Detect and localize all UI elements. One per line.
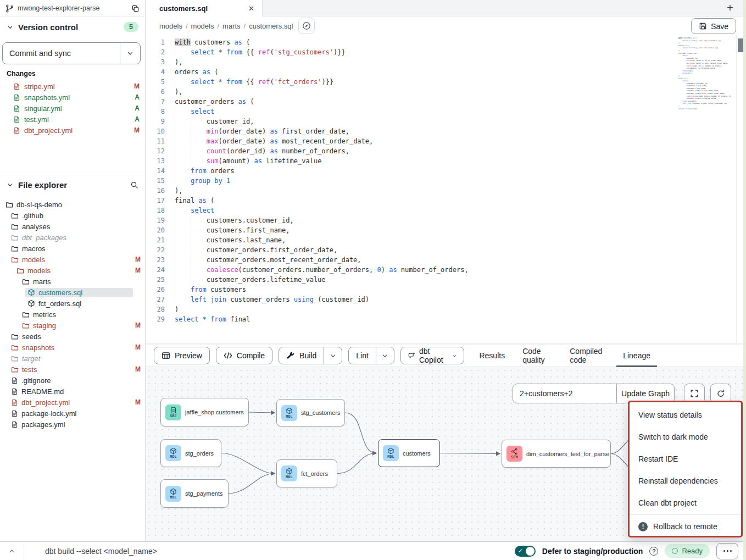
code-line[interactable]: 15 group by 1 [146,176,680,186]
lineage-node-fct_orders[interactable]: MDLfct_orders [276,459,337,487]
tree-item-fct-orders-sql[interactable]: fct_orders.sql [0,298,145,309]
more-options-button[interactable] [716,543,738,559]
menu-item-restart-ide[interactable]: Restart IDE [630,448,741,470]
lineage-filter-input[interactable] [513,384,616,403]
lineage-node-stg_customers[interactable]: MDLstg_customers [276,399,345,426]
update-graph-button[interactable]: Update Graph [616,384,674,403]
menu-item-rollback-to-remote[interactable]: !Rollback to remote [630,515,741,537]
tree-item-target[interactable]: target [0,353,145,364]
code-line[interactable]: 19 customers.customer_id, [146,215,680,225]
tree-item-tests[interactable]: testsM [0,364,145,375]
tab-customers-sql[interactable]: customers.sql ✕ [146,0,263,17]
button-main[interactable]: Preview [154,347,209,364]
tree-item-package-lock-yml[interactable]: package-lock.yml [0,408,145,419]
minimap[interactable]: with customers as ( select * from {{ ref… [678,37,732,158]
code-line[interactable]: 12 count(order_id) as number_of_orders, [146,146,680,156]
code-line[interactable]: 1with customers as ( [146,37,680,47]
tree-item-dbt-packages[interactable]: dbt_packages [0,232,145,243]
tree-item-models[interactable]: modelsM [0,254,145,265]
code-line[interactable]: 21 customers.last_name, [146,235,680,245]
change-item[interactable]: test.ymlA [0,114,145,125]
code-line[interactable]: 14 from orders [146,166,680,176]
breadcrumb-item[interactable]: customers.sql [249,22,293,30]
lineage-node-src_jaffle[interactable]: SRCjaffle_shop.customers [160,398,249,426]
menu-item-reinstall-dependencies[interactable]: Reinstall dependencies [630,470,741,492]
help-icon[interactable]: ? [649,547,658,556]
lineage-node-stg_payments[interactable]: MDLstg_payments [160,479,229,508]
new-tab-button[interactable]: + [723,1,737,15]
menu-item-clean-dbt-project[interactable]: Clean dbt project [630,492,741,514]
code-line[interactable]: 10 min(order_date) as first_order_date, [146,126,680,136]
tree-item-metrics[interactable]: metrics [0,309,145,320]
code-line[interactable]: 13 sum(amount) as lifetime_value [146,156,680,166]
code-line[interactable]: 4orders as ( [146,67,680,77]
file-explorer-section-header[interactable]: File explorer [0,178,145,191]
build-button[interactable]: Build [279,347,342,364]
change-item[interactable]: dbt_project.ymlM [0,125,145,136]
tree-item-marts[interactable]: marts [0,276,145,287]
preview-button[interactable]: Preview [154,347,210,364]
button-main[interactable]: dbt Copilot [401,347,464,364]
code-line[interactable]: 23 customer_orders.most_recent_order_dat… [146,255,680,265]
tree-item-macros[interactable]: macros [0,243,145,254]
lineage-node-customers[interactable]: MDLcustomers [378,439,440,467]
lint-button[interactable]: Lint [348,347,394,364]
breadcrumb-item[interactable]: models [159,22,182,30]
button-main[interactable]: Compile [216,347,272,364]
tree-item-staging[interactable]: stagingM [0,320,145,331]
lineage-node-dim_customers[interactable]: SEMdim_customers_test_for_parse [502,440,611,468]
tree-item-db-sl-qs-demo[interactable]: db-sl-qs-demo [0,199,145,210]
button-dropdown-caret[interactable] [324,347,342,364]
dbt-copilot-button[interactable]: dbt Copilot [400,347,465,364]
code-line[interactable]: 20 customers.first_name, [146,225,680,235]
code-line[interactable]: 8 select [146,107,680,117]
code-line[interactable]: 26 from customers [146,285,680,295]
tree-item-customers-sql[interactable]: customers.sql [0,287,145,298]
close-icon[interactable]: ✕ [248,4,254,13]
button-dropdown-caret[interactable] [376,347,394,364]
button-main[interactable]: Lint [349,347,376,364]
code-line[interactable]: 11 max(order_date) as most_recent_order_… [146,136,680,146]
tree-item-dbt-project-yml[interactable]: dbt_project.ymlM [0,397,145,408]
breadcrumb-item[interactable]: marts [222,22,241,30]
tree-item-analyses[interactable]: analyses [0,221,145,232]
change-item[interactable]: snapshots.ymlA [0,92,145,103]
code-line[interactable]: 2 select * from {{ ref('stg_customers')}… [146,47,680,57]
open-in-explorer-button[interactable] [298,18,315,34]
code-line[interactable]: 17final as ( [146,196,680,206]
defer-toggle[interactable]: ✓ [515,546,536,557]
code-line[interactable]: 22 customer_orders.first_order_date, [146,245,680,255]
code-line[interactable]: 7customer_orders as ( [146,97,680,107]
breadcrumb-item[interactable]: models [191,22,214,30]
tab-code-quality[interactable]: Code quality [514,345,561,367]
compile-button[interactable]: Compile [216,347,272,364]
code-line[interactable]: 5 select * from {{ ref('fct_orders')}} [146,77,680,87]
command-input[interactable]: dbt build --select <model_name> [45,547,157,556]
code-line[interactable]: 18 select [146,206,680,215]
tree-item-packages-yml[interactable]: packages.yml [0,419,145,430]
lineage-node-stg_orders[interactable]: MDLstg_orders [160,439,221,467]
tree-item-seeds[interactable]: seeds [0,331,145,342]
code-line[interactable]: 29select * from final [146,314,680,324]
version-control-section-header[interactable]: Version control 5 [0,20,145,34]
code-line[interactable]: 24 coalesce(customer_orders.number_of_or… [146,265,680,275]
tab-results[interactable]: Results [470,345,514,367]
tree-item-readme-md[interactable]: README.md [0,386,145,397]
tree-item-models[interactable]: modelsM [0,265,145,276]
status-badge[interactable]: Ready [665,544,710,558]
tree-item--gitignore[interactable]: .gitignore [0,375,145,386]
code-line[interactable]: 6), [146,87,680,97]
code-line[interactable]: 25 customer_orders.lifetime_value [146,275,680,285]
tree-item--github[interactable]: .github [0,210,145,221]
collapse-command-bar-button[interactable] [0,542,24,560]
code-line[interactable]: 27 left join customer_orders using (cust… [146,295,680,304]
button-main[interactable]: Build [279,347,324,364]
change-item[interactable]: singular.ymlA [0,103,145,114]
copy-icon[interactable] [131,4,140,13]
save-button[interactable]: Save [691,18,736,34]
tree-item-snapshots[interactable]: snapshotsM [0,342,145,353]
code-editor[interactable]: 1with customers as (2 select * from {{ r… [146,35,746,344]
commit-options-caret[interactable] [120,43,140,64]
change-item[interactable]: stripe.ymlM [0,81,145,92]
commit-and-sync-button[interactable]: Commit and sync [2,42,141,64]
